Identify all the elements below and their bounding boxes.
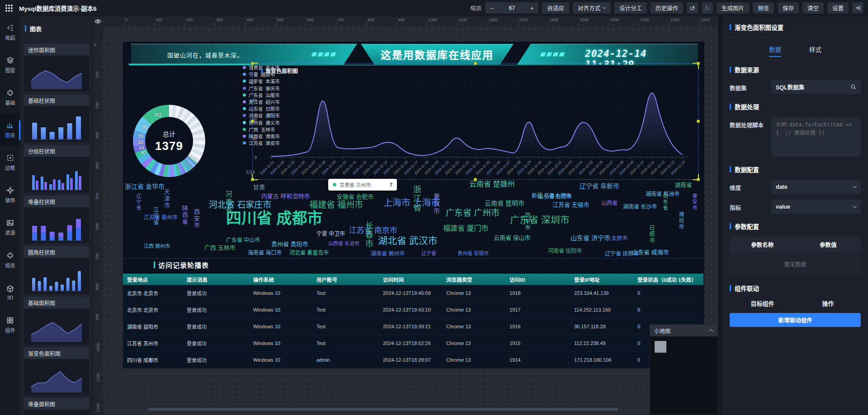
- word-cloud-term[interactable]: 太原市: [611, 236, 627, 241]
- clear-button[interactable]: 清空: [802, 2, 824, 14]
- word-cloud-term[interactable]: 广东省 广州市: [446, 209, 500, 217]
- resize-handle[interactable]: [251, 178, 254, 181]
- chart-item-thumbnail[interactable]: [24, 308, 89, 345]
- word-cloud-term[interactable]: 宁夏 中卫市: [316, 231, 345, 237]
- word-cloud-term[interactable]: 甘肃: [253, 184, 265, 190]
- script-input[interactable]: [771, 117, 861, 157]
- word-cloud-term[interactable]: 云南省 楚雄州: [469, 181, 514, 188]
- table-row[interactable]: 湖南省 益阳市登录成功Windows 10Test2024-12-13T19:3…: [123, 318, 703, 335]
- table-row[interactable]: 四川省 成都市登录成功Windows 10admin2024-12-13T18:…: [123, 352, 703, 368]
- chart-item-label[interactable]: 迷你面积图: [24, 44, 89, 56]
- tab-style[interactable]: 样式: [808, 41, 822, 57]
- word-cloud-term[interactable]: 广东省 深圳市: [510, 215, 570, 224]
- word-cloud-term[interactable]: 江苏省 无锡市: [552, 202, 590, 208]
- history-button[interactable]: 历史操作: [651, 2, 683, 14]
- chart-list-item[interactable]: 圆角柱状图: [24, 246, 89, 294]
- ruler-horizontal[interactable]: 0100200300400500600700800900100011001200…: [103, 16, 718, 26]
- chart-list-item[interactable]: 渐变色面积图: [24, 347, 89, 395]
- word-cloud-term[interactable]: 广西 玉林市: [204, 245, 236, 251]
- word-cloud-term[interactable]: 辽宁省: [136, 193, 141, 211]
- chart-item-thumbnail[interactable]: [24, 207, 89, 243]
- records-table[interactable]: 登录地点提示消息操作系统用户账号访问时间浏览器类型访问ID登录IP地址登录状态（…: [123, 274, 703, 368]
- word-cloud-term[interactable]: 山西省 长治市: [328, 241, 359, 246]
- chart-item-thumbnail[interactable]: [24, 258, 89, 294]
- chart-list-item[interactable]: 堆叠柱状图: [24, 196, 89, 243]
- dimension-select[interactable]: date: [771, 180, 861, 194]
- undo-icon[interactable]: ↺: [687, 2, 698, 14]
- fit-button[interactable]: 自适应: [542, 2, 569, 14]
- chart-list-item[interactable]: 堆叠面积图: [24, 398, 89, 415]
- sidebar-item-2[interactable]: 图层: [0, 49, 20, 81]
- ruler-vertical[interactable]: 0100200300400500600700800900100011001200: [93, 26, 103, 415]
- word-cloud-term[interactable]: 内蒙古 呼和浩特市: [261, 193, 310, 199]
- workspace[interactable]: 国破山河在，城春草木深。 这是用数据库在线应用 2024-12-14 11:31…: [103, 26, 718, 415]
- sidebar-item-3[interactable]: 基础: [0, 81, 20, 114]
- word-cloud-term[interactable]: 广东省 中山市: [226, 238, 260, 243]
- word-cloud-term[interactable]: 山东省: [662, 193, 667, 211]
- word-cloud-term[interactable]: 上海市 上海市: [383, 198, 440, 207]
- table-row[interactable]: 北京市 北京市登录成功Windows 10Test2024-12-13T19:4…: [123, 302, 703, 318]
- word-cloud-term[interactable]: 西安市: [193, 209, 199, 229]
- word-cloud-term[interactable]: 浙江省 金华市: [125, 183, 165, 190]
- chart-item-label[interactable]: 基础面积图: [24, 297, 89, 308]
- chart-item-thumbnail[interactable]: [24, 157, 89, 193]
- sidebar-item-1[interactable]: 收起: [0, 16, 20, 49]
- sidebar-item-9[interactable]: 3D: [0, 276, 20, 309]
- word-cloud-term[interactable]: 江苏省 泰州市: [144, 215, 178, 220]
- panel-divider[interactable]: [718, 16, 722, 415]
- word-cloud-term[interactable]: 江西 赣州市: [144, 244, 170, 249]
- chart-list-item[interactable]: 迷你面积图: [24, 44, 89, 92]
- redo-icon[interactable]: ↻: [702, 2, 713, 14]
- dataset-selector[interactable]: SQL数据集: [771, 80, 861, 94]
- zoom-value[interactable]: 67: [499, 5, 525, 11]
- line-chart[interactable]: [259, 78, 702, 159]
- design-split-button[interactable]: 设计分工: [614, 2, 647, 14]
- sidebar-item-5[interactable]: 边框: [0, 146, 20, 179]
- metric-select[interactable]: value: [771, 200, 861, 214]
- word-cloud-term[interactable]: 四川省 成都市: [226, 210, 322, 226]
- word-cloud-term[interactable]: 湖北省 武汉市: [378, 236, 438, 245]
- collapse-panel-icon[interactable]: [852, 2, 863, 14]
- chart-item-thumbnail[interactable]: [24, 359, 89, 395]
- app-menu-icon[interactable]: [5, 5, 13, 12]
- word-cloud-term[interactable]: 江苏省 南京市: [349, 227, 397, 234]
- align-dropdown[interactable]: 对齐方式: [573, 2, 611, 14]
- chart-item-label[interactable]: 分组柱状图: [24, 145, 89, 157]
- add-linkage-button[interactable]: 新增联动组件: [730, 313, 861, 327]
- word-cloud-term[interactable]: 河北省 石家庄市: [209, 201, 271, 209]
- zoom-out-button[interactable]: −: [485, 5, 499, 12]
- chart-list-item[interactable]: 基础面积图: [24, 297, 89, 345]
- word-cloud-term[interactable]: 云南省 保山市: [494, 235, 531, 241]
- chart-item-label[interactable]: 基础柱状图: [24, 94, 89, 106]
- table-row[interactable]: 北京市 北京市登录成功Windows 10Test2024-12-13T19:4…: [123, 285, 703, 302]
- word-cloud-term[interactable]: 云南省 昆明市: [485, 200, 524, 206]
- word-cloud-term[interactable]: 天津市: [164, 189, 170, 209]
- word-cloud-term[interactable]: 新疆 乌鲁木齐市: [532, 193, 571, 199]
- table-row[interactable]: 江苏省 苏州市登录成功Windows 10Test2024-12-13T18:5…: [123, 335, 703, 352]
- banner-right[interactable]: 2024-12-14 11:31:29: [517, 44, 698, 65]
- chart-item-thumbnail[interactable]: [24, 56, 89, 92]
- chart-item-thumbnail[interactable]: [24, 106, 89, 142]
- word-cloud-term[interactable]: 辽宁省 阜新市: [580, 183, 619, 189]
- chart-item-thumbnail[interactable]: [24, 410, 89, 415]
- sidebar-item-4[interactable]: 图表: [0, 114, 20, 146]
- word-cloud-term[interactable]: 河南省 信阳市: [548, 248, 582, 254]
- word-cloud-term[interactable]: 日照市: [649, 225, 654, 244]
- word-cloud-term[interactable]: 湖南省 长沙市: [623, 204, 657, 210]
- settings-button[interactable]: 设置: [827, 2, 849, 14]
- word-cloud-term[interactable]: 山东省 济宁市: [571, 235, 610, 241]
- word-cloud-term[interactable]: 山西省: [601, 201, 618, 206]
- word-cloud-term[interactable]: 重庆市: [433, 193, 439, 215]
- word-cloud-term[interactable]: 安徽省 合肥市: [337, 194, 374, 200]
- word-cloud-term[interactable]: 湖南省 郴州市: [371, 251, 405, 256]
- word-cloud-term[interactable]: 海南省 海口市: [248, 250, 282, 256]
- save-button[interactable]: 保存: [778, 2, 799, 14]
- banner-title-box[interactable]: 这是用数据库在线应用: [361, 44, 514, 65]
- sidebar-item-7[interactable]: 资源: [0, 211, 20, 244]
- word-cloud-term[interactable]: 四平市: [524, 212, 530, 231]
- chart-item-label[interactable]: 渐变色面积图: [24, 347, 89, 359]
- word-cloud-term[interactable]: 辽宁省: [421, 251, 436, 256]
- banner-left[interactable]: 国破山河在，城春草木深。: [131, 44, 357, 65]
- generate-image-button[interactable]: 生成图片: [717, 2, 749, 14]
- preview-button[interactable]: 预览: [753, 2, 774, 14]
